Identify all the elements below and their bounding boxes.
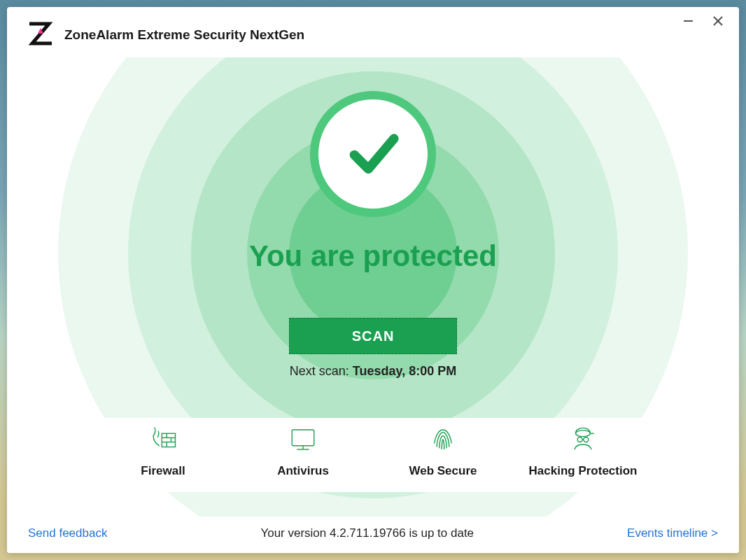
header-icons [669, 36, 711, 48]
titlebar: ZoneAlarm Extreme Security NextGen [7, 7, 739, 57]
version-text: Your version 4.2.711.19766 is up to date [260, 526, 474, 540]
next-scan-time: Tuesday, 8:00 PM [353, 364, 456, 378]
module-antivirus[interactable]: Antivirus [233, 425, 373, 478]
module-firewall[interactable]: Firewall [93, 425, 233, 478]
module-hacking-protection[interactable]: Hacking Protection [513, 425, 653, 478]
status-check-circle [310, 91, 436, 217]
monitor-icon [288, 425, 318, 457]
scan-button[interactable]: SCAN [289, 318, 457, 354]
send-feedback-link[interactable]: Send feedback [28, 526, 107, 540]
status-headline: You are protected [249, 239, 497, 273]
footer: Send feedback Your version 4.2.711.19766… [7, 517, 739, 553]
main-status-area: You are protected SCAN Next scan: Tuesda… [7, 57, 739, 517]
fingerprint-icon [428, 425, 458, 457]
module-web-secure[interactable]: Web Secure [373, 425, 513, 478]
svg-point-18 [584, 438, 589, 442]
app-window: ZoneAlarm Extreme Security NextGen You a… [7, 7, 739, 553]
svg-rect-6 [162, 433, 175, 447]
svg-point-15 [576, 430, 591, 437]
events-timeline-link[interactable]: Events timeline > [627, 526, 718, 540]
module-label: Firewall [141, 464, 185, 478]
firewall-icon [148, 425, 178, 457]
app-title: ZoneAlarm Extreme Security NextGen [64, 27, 304, 43]
svg-rect-12 [292, 430, 314, 446]
logo-icon [27, 20, 55, 50]
brand: ZoneAlarm Extreme Security NextGen [27, 20, 304, 50]
modules-row: Firewall Antivirus Web Secure Hacking Pr… [65, 418, 681, 492]
svg-point-17 [577, 438, 582, 442]
next-scan-label: Next scan: [290, 364, 353, 378]
hacker-icon [568, 425, 598, 457]
module-label: Hacking Protection [529, 464, 638, 478]
check-icon [345, 125, 401, 183]
next-scan-text: Next scan: Tuesday, 8:00 PM [290, 364, 456, 379]
module-label: Antivirus [277, 464, 329, 478]
module-label: Web Secure [409, 464, 477, 478]
